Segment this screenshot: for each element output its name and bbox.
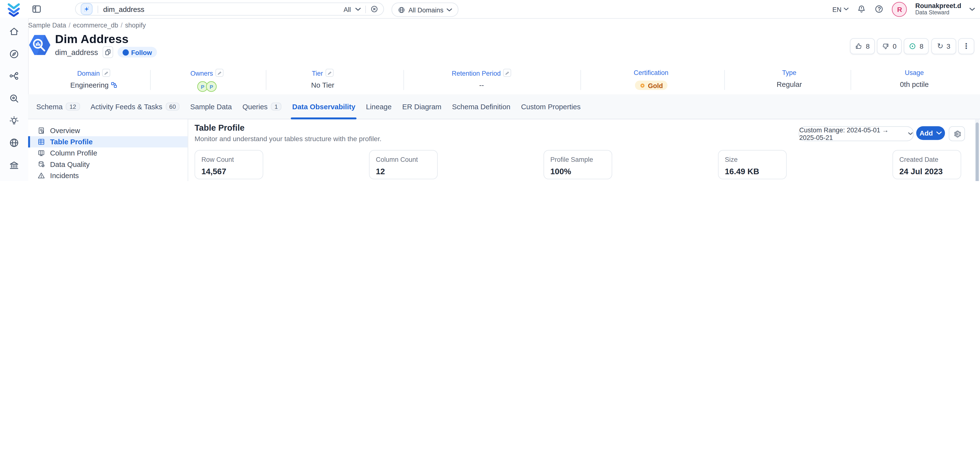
- domains-filter-button[interactable]: All Domains: [391, 2, 458, 17]
- tab-custom-properties[interactable]: Custom Properties: [521, 94, 581, 119]
- language-select[interactable]: EN: [832, 5, 849, 13]
- meta-certification-label: Certification: [634, 68, 668, 76]
- observability-search-icon[interactable]: [9, 93, 19, 104]
- stat-card-created-date: Created Date24 Jul 2023: [892, 150, 961, 179]
- downvote-button[interactable]: 0: [877, 38, 902, 54]
- tab-sample-data[interactable]: Sample Data: [190, 94, 232, 119]
- ai-sparkle-icon: [81, 3, 92, 15]
- subnav-column-profile[interactable]: Column Profile: [28, 148, 188, 159]
- breadcrumb-item[interactable]: ecommerce_db: [73, 21, 118, 29]
- home-icon[interactable]: [9, 26, 19, 37]
- meta-type-label: Type: [776, 68, 802, 76]
- follow-button[interactable]: ★ Follow: [118, 47, 157, 58]
- meta-type-value: Regular: [776, 81, 802, 88]
- user-name: Rounakpreet.d: [915, 2, 961, 9]
- entity-tabs: Schema12 Activity Feeds & Tasks60 Sample…: [28, 94, 980, 119]
- tasks-button[interactable]: 8: [904, 38, 929, 54]
- thumbs-up-icon: [855, 43, 863, 50]
- tab-er-diagram[interactable]: ER Diagram: [402, 94, 442, 119]
- sidebar-toggle-icon[interactable]: [31, 4, 42, 14]
- versions-button[interactable]: ↻ 3: [931, 38, 956, 54]
- clear-search-icon[interactable]: [370, 5, 378, 13]
- chevron-down-icon: [844, 8, 849, 11]
- edit-pencil-icon[interactable]: [216, 68, 224, 77]
- notifications-bell-icon[interactable]: [857, 5, 867, 14]
- edit-pencil-icon[interactable]: [102, 68, 110, 77]
- gear-icon: [953, 130, 961, 138]
- tab-queries[interactable]: Queries1: [242, 94, 282, 119]
- breadcrumb-item[interactable]: Sample Data: [28, 21, 66, 29]
- meta-usage-label: Usage: [900, 68, 929, 76]
- profiler-settings-button[interactable]: [949, 126, 965, 141]
- upvote-button[interactable]: 8: [850, 38, 875, 54]
- meta-owners-label: Owners: [191, 68, 224, 77]
- lineage-nodes-icon[interactable]: [9, 71, 19, 81]
- section-description: Monitor and understand your tables struc…: [194, 135, 382, 143]
- meta-tier-label: Tier: [311, 68, 334, 77]
- search-current-entity[interactable]: dim_address: [103, 5, 145, 13]
- openmetadata-logo-icon[interactable]: [6, 2, 21, 17]
- stat-card-column-count: Column Count12: [369, 150, 438, 179]
- upvote-count: 8: [866, 43, 870, 50]
- meta-tier: Tier No Tier: [311, 68, 334, 89]
- subnav-table-profile[interactable]: Table Profile: [28, 136, 188, 148]
- search-divider: [365, 5, 366, 13]
- governance-bank-icon[interactable]: [9, 160, 19, 171]
- task-status-icon: [909, 43, 916, 50]
- meta-type: Type Regular: [776, 68, 802, 88]
- medal-icon: [639, 82, 646, 89]
- subnav-incidents[interactable]: Incidents: [28, 170, 188, 181]
- copy-button[interactable]: [102, 46, 113, 58]
- tab-activity-feeds[interactable]: Activity Feeds & Tasks60: [91, 94, 180, 119]
- tab-schema-definition[interactable]: Schema Definition: [452, 94, 511, 119]
- user-avatar[interactable]: R: [892, 2, 907, 17]
- stat-card-size: Size16.49 KB: [718, 150, 787, 179]
- owner-avatar[interactable]: P: [206, 81, 217, 92]
- subnav-overview[interactable]: Overview: [28, 125, 188, 136]
- tab-lineage[interactable]: Lineage: [366, 94, 391, 119]
- breadcrumb-item[interactable]: shopify: [125, 21, 146, 29]
- versions-icon: ↻: [937, 42, 943, 51]
- meta-usage-value: 0th pctile: [900, 81, 929, 88]
- globe-icon: [398, 6, 405, 13]
- thumbs-down-icon: [882, 43, 890, 50]
- stat-card-row-count: Row Count14,567: [194, 150, 263, 179]
- user-menu[interactable]: Rounakpreet.d Data Steward: [915, 2, 961, 16]
- user-role: Data Steward: [915, 10, 961, 16]
- breadcrumb: Sample Data/ecommerce_db/shopify: [28, 21, 146, 29]
- insights-bulb-icon[interactable]: [9, 116, 19, 126]
- add-button[interactable]: Add: [916, 126, 945, 140]
- meta-usage: Usage 0th pctile: [900, 68, 929, 88]
- chevron-down-icon: [969, 7, 975, 11]
- search-scope-select[interactable]: All: [344, 5, 351, 13]
- search-divider: [98, 5, 99, 13]
- global-search-bar[interactable]: dim_address All: [75, 2, 384, 16]
- chevron-down-icon: [355, 7, 361, 11]
- tab-data-observability[interactable]: Data Observability: [292, 94, 355, 119]
- top-bar: dim_address All All Domains EN: [0, 0, 980, 19]
- date-range-button[interactable]: Custom Range: 2024-05-01 → 2025-05-21: [799, 126, 914, 141]
- follow-star-icon: ★: [123, 49, 129, 56]
- subdomain-icon: [111, 82, 118, 88]
- meta-certification: Certification Gold: [634, 68, 668, 90]
- more-actions-button[interactable]: ⋮: [958, 38, 974, 54]
- stat-card-profile-sample: Profile Sample100%: [544, 150, 612, 179]
- subnav-data-quality[interactable]: Data Quality: [28, 159, 188, 170]
- tab-schema[interactable]: Schema12: [36, 94, 80, 119]
- chevron-down-icon: [447, 8, 452, 11]
- version-count: 3: [947, 43, 951, 50]
- bigquery-service-icon: [29, 34, 51, 56]
- domains-globe-icon[interactable]: [9, 138, 19, 148]
- edit-pencil-icon[interactable]: [503, 68, 511, 77]
- entity-fqn: dim_address: [55, 48, 98, 56]
- overview-icon: [38, 127, 45, 134]
- edit-pencil-icon[interactable]: [325, 68, 333, 77]
- table-profile-icon: [38, 138, 45, 146]
- meta-domain-value[interactable]: Engineering: [70, 81, 118, 89]
- explore-compass-icon[interactable]: [9, 49, 19, 59]
- domains-filter-label: All Domains: [409, 6, 444, 13]
- help-icon[interactable]: ?: [875, 5, 884, 14]
- incidents-warning-icon: [38, 172, 45, 179]
- scrollbar-thumb[interactable]: [975, 122, 979, 181]
- left-nav-rail: [0, 18, 29, 181]
